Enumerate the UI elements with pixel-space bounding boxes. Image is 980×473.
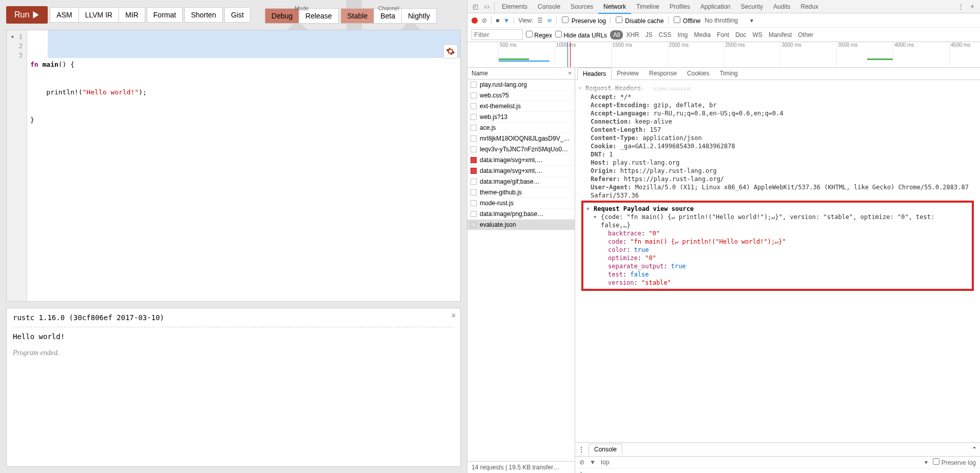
request-name: web.css?5 <box>480 92 509 99</box>
console-prompt[interactable]: › <box>575 468 980 473</box>
detail-tab-timing[interactable]: Timing <box>714 68 743 80</box>
filter-icon[interactable]: ▼ <box>503 17 509 24</box>
filter-pill-font[interactable]: Font <box>714 30 732 40</box>
request-headers-section[interactable]: Request Headers view source <box>580 84 975 93</box>
filter-pill-img[interactable]: Img <box>674 30 691 40</box>
filter-pill-xhr[interactable]: XHR <box>623 30 642 40</box>
payload-title[interactable]: Request Payload view source <box>587 205 968 213</box>
headers-body: Request Headers view source Accept: */*A… <box>575 80 980 442</box>
preserve-log-checkbox[interactable]: Preserve log <box>561 16 606 25</box>
detail-tab-headers[interactable]: Headers <box>577 68 612 80</box>
request-payload-box: Request Payload view source {code: "fn m… <box>581 201 974 291</box>
inspect-icon[interactable]: ◰ <box>469 1 481 12</box>
request-item[interactable]: mode-rust.js <box>467 198 575 209</box>
request-item[interactable]: mrl8jkM18OlOQN8JLgasD9V_… <box>467 133 575 144</box>
request-name: data:image/png;base… <box>480 210 543 218</box>
name-column-header[interactable]: Name × <box>467 68 575 80</box>
request-name: evaluate.json <box>480 221 516 228</box>
request-item[interactable]: data:image/svg+xml,… <box>467 166 575 176</box>
regex-checkbox[interactable]: Regex <box>526 31 552 39</box>
view-frame-icon[interactable]: ≋ <box>547 17 552 24</box>
network-filter-bar: Regex Hide data URLs AllXHRJSCSSImgMedia… <box>467 28 980 42</box>
request-item[interactable]: ext-themelist.js <box>467 101 575 112</box>
detail-tab-response[interactable]: Response <box>644 68 682 80</box>
payload-summary[interactable]: {code: "fn main() {↵ println!("Hello wor… <box>587 213 968 229</box>
devtools-tab-sources[interactable]: Sources <box>565 1 598 13</box>
console-menu-icon[interactable]: ⋮ <box>578 446 584 453</box>
network-toolbar: ⊘ ■ ▼ View: ☰ ≋ Preserve log Disable cac… <box>467 13 980 28</box>
request-item[interactable]: leqv3v-yTsJNC7nFznSMqUo0… <box>467 144 575 155</box>
payload-view-source[interactable]: view source <box>653 205 694 212</box>
header-row: Content-Type: application/json <box>580 134 975 142</box>
file-icon <box>471 200 477 206</box>
detail-tab-cookies[interactable]: Cookies <box>682 68 714 80</box>
hide-data-checkbox[interactable]: Hide data URLs <box>555 31 607 39</box>
close-devtools-icon[interactable]: × <box>967 1 978 12</box>
devtools-tab-elements[interactable]: Elements <box>497 1 533 13</box>
code-area[interactable]: fn main() { println!("Hello world!"); } <box>27 30 460 301</box>
console-tab[interactable]: Console <box>589 444 622 455</box>
context-select[interactable]: top <box>601 459 610 466</box>
record-button[interactable] <box>472 17 478 24</box>
device-icon[interactable]: ▭ <box>481 1 492 12</box>
mir-button[interactable]: MIR <box>119 7 145 23</box>
offline-checkbox[interactable]: Offline <box>673 16 701 25</box>
filter-console-icon[interactable]: ▼ <box>590 459 596 466</box>
request-item[interactable]: web.css?5 <box>467 90 575 101</box>
timeline-tick: 3000 ms <box>780 42 801 67</box>
request-name: data:image/svg+xml,… <box>480 156 542 164</box>
devtools-tab-profiles[interactable]: Profiles <box>664 1 695 13</box>
filter-pill-media[interactable]: Media <box>691 30 714 40</box>
devtools-tab-timeline[interactable]: Timeline <box>631 1 664 13</box>
request-item[interactable]: evaluate.json <box>467 220 575 230</box>
settings-button[interactable] <box>443 44 458 58</box>
filter-pill-other[interactable]: Other <box>795 30 816 40</box>
request-item[interactable]: web.js?13 <box>467 112 575 123</box>
camera-icon[interactable]: ■ <box>496 17 499 24</box>
filter-input[interactable] <box>472 29 523 40</box>
detail-tab-preview[interactable]: Preview <box>612 68 644 80</box>
devtools-tab-console[interactable]: Console <box>533 1 565 13</box>
request-item[interactable]: ace.js <box>467 123 575 133</box>
format-button[interactable]: Format <box>147 7 183 23</box>
llvm-button[interactable]: LLVM IR <box>79 7 119 23</box>
view-list-icon[interactable]: ☰ <box>537 17 543 24</box>
devtools-tab-application[interactable]: Application <box>695 1 736 13</box>
console-preserve-checkbox[interactable]: Preserve log <box>933 458 976 466</box>
request-item[interactable]: play.rust-lang.org <box>467 80 575 90</box>
request-item[interactable]: data:image/png;base… <box>467 209 575 220</box>
request-name: ace.js <box>480 124 496 131</box>
disable-cache-checkbox[interactable]: Disable cache <box>615 16 664 25</box>
filter-pill-js[interactable]: JS <box>642 30 656 40</box>
more-icon[interactable]: ⋮ <box>955 1 967 12</box>
filter-pill-css[interactable]: CSS <box>656 30 675 40</box>
timeline-overview[interactable]: 500 ms1000 ms1500 ms2000 ms2500 ms3000 m… <box>467 42 980 68</box>
filter-pill-manifest[interactable]: Manifest <box>766 30 795 40</box>
request-item[interactable]: theme-github.js <box>467 187 575 198</box>
filter-pill-ws[interactable]: WS <box>750 30 766 40</box>
timeline-tick: 4500 ms <box>949 42 970 67</box>
throttling-select[interactable]: No throttling ▾ <box>705 17 753 24</box>
filter-pill-doc[interactable]: Doc <box>732 30 749 40</box>
filter-pill-all[interactable]: All <box>610 30 623 40</box>
view-source-link[interactable]: view source <box>653 85 691 92</box>
shorten-button[interactable]: Shorten <box>184 7 223 23</box>
gist-button[interactable]: Gist <box>224 7 250 23</box>
clear-console-icon[interactable]: ⊘ <box>579 459 584 466</box>
stable-button[interactable]: Stable <box>341 8 375 24</box>
collapse-icon[interactable]: ⌃ <box>972 446 977 453</box>
devtools-tab-network[interactable]: Network <box>598 1 631 14</box>
run-button[interactable]: Run <box>6 6 48 24</box>
asm-button[interactable]: ASM <box>50 7 79 23</box>
close-output-button[interactable]: × <box>451 310 456 320</box>
nightly-button[interactable]: Nightly <box>401 8 437 24</box>
devtools-tab-redux[interactable]: Redux <box>795 1 824 13</box>
devtools-tab-audits[interactable]: Audits <box>768 1 795 13</box>
devtools-tab-security[interactable]: Security <box>736 1 768 13</box>
clear-icon[interactable]: ⊘ <box>482 17 487 24</box>
code-editor[interactable]: ▾ 1 2 3 fn main() { println!("Hello worl… <box>6 30 461 302</box>
close-detail-icon[interactable]: × <box>568 70 572 77</box>
console-level-icon[interactable]: ▾ <box>925 459 928 466</box>
request-item[interactable]: data:image/gif;base… <box>467 176 575 187</box>
request-item[interactable]: data:image/svg+xml,… <box>467 155 575 166</box>
